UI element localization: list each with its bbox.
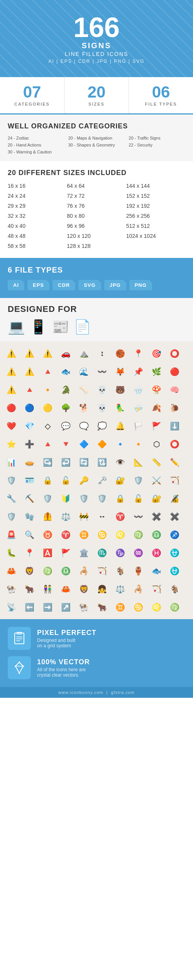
tablet-icon: 📱 (30, 319, 47, 335)
sign-icon: ♒ (129, 544, 147, 562)
filetype-ai: AI (8, 280, 24, 290)
sign-icon: 🔺 (39, 362, 57, 381)
size-item: 144 x 144 (126, 182, 185, 190)
filetypes-row: AI EPS CDR SVG JPG PNG (8, 280, 185, 290)
sign-icon: ♌ (147, 598, 166, 616)
sign-icon: 🦀 (2, 562, 20, 580)
size-item: 40 x 40 (8, 222, 67, 230)
sign-icon: 🛡️ (2, 507, 20, 525)
sign-icon: ⚖️ (57, 507, 75, 525)
size-item: 192 x 192 (126, 202, 185, 210)
pixel-perfect-icon (8, 627, 31, 650)
svg-rect-0 (15, 633, 24, 644)
sign-icon: 〰️ (93, 362, 111, 381)
sign-icon: ⚖️ (111, 580, 129, 598)
sign-icon: 🅰️ (39, 544, 57, 562)
pixel-perfect-title: PIXEL PERFECT (37, 629, 96, 637)
stat-categories: 07 CATEGORIES (0, 77, 64, 113)
sign-icon: 🚗 (57, 344, 75, 362)
sign-icon: 🐏 (75, 598, 93, 616)
size-item: 76 x 76 (67, 202, 126, 210)
size-item: 24 x 24 (8, 192, 67, 200)
category-item (68, 149, 125, 155)
size-item: 128 x 128 (67, 242, 126, 250)
size-item: 32 x 32 (8, 212, 67, 220)
sign-icon: 📐 (129, 453, 147, 471)
sign-icon: ♍ (129, 525, 147, 544)
sign-icon: 🛡️ (93, 489, 111, 507)
sign-icon: 🔷 (75, 435, 93, 453)
sign-icon: 🔶 (93, 435, 111, 453)
sign-icon: 🐏 (2, 580, 20, 598)
sign-icon: 🔏 (166, 489, 184, 507)
sign-icon: 🦊 (111, 362, 129, 381)
category-item: 30 - Shapes & Geometry (68, 142, 125, 148)
sign-icon: ⚠️ (20, 362, 39, 381)
sign-icon: 👧 (93, 580, 111, 598)
sign-icon: 🏀 (111, 344, 129, 362)
pixel-perfect-text: PIXEL PERFECT Designed and builton a gri… (37, 629, 96, 648)
hero-title: SIGNS (81, 41, 111, 50)
sign-icon: 🏳️ (129, 417, 147, 435)
sign-icon: 📊 (2, 453, 20, 471)
sign-icon: 🔴 (166, 362, 184, 381)
vector-icon (8, 656, 31, 679)
sign-icon: ♏ (93, 544, 111, 562)
sign-icon: 🔓 (129, 489, 147, 507)
sign-icon: 🌊 (75, 362, 93, 381)
vector-title: 100% VECTOR (37, 658, 90, 666)
sign-icon: 🌿 (147, 362, 166, 381)
size-item: 152 x 152 (126, 192, 185, 200)
footer: www.iconbunny.com | gfxtra.com (0, 687, 193, 698)
sign-icon: 🔺 (20, 381, 39, 399)
category-item: 24 - Zodiac (8, 135, 64, 141)
sign-icon: 📌 (129, 362, 147, 381)
sign-icon: 👁️ (111, 453, 129, 471)
sign-icon: ♌ (111, 525, 129, 544)
category-item: 22 - Security (129, 142, 185, 148)
sign-icon: ♋ (129, 598, 147, 616)
stat-sizes: 20 SIZES (64, 77, 129, 113)
sizes-grid: 16 x 16 64 x 64 144 x 144 24 x 24 72 x 7… (8, 182, 185, 250)
footer-separator: | (105, 690, 111, 695)
size-item: 120 x 120 (67, 232, 126, 240)
sign-icon: ♐ (166, 525, 184, 544)
sign-icon: 🦀 (57, 580, 75, 598)
sign-icon: 🗝️ (93, 471, 111, 489)
sign-icon: ♓ (147, 544, 166, 562)
svg-point-8 (22, 665, 24, 667)
category-item: 20 - Hand Actions (8, 142, 64, 148)
sign-icon: 🔒 (111, 489, 129, 507)
sign-icon: 🛡️ (129, 471, 147, 489)
sign-icon: ⭐ (2, 435, 20, 453)
sign-icon: 🦁 (75, 580, 93, 598)
organized-title: WELL ORGANIZED CATEGORIES (8, 122, 185, 130)
sign-icon: 💬 (57, 417, 75, 435)
size-item: 80 x 80 (67, 212, 126, 220)
hero-number: 166 (73, 13, 120, 41)
sign-icon: ↔️ (93, 507, 111, 525)
sign-icon: 🐟 (147, 562, 166, 580)
sign-icon: ♈ (57, 525, 75, 544)
sign-icon: ⬅️ (20, 598, 39, 616)
sign-icon: 🐟 (57, 362, 75, 381)
stat-number-categories: 07 (4, 84, 60, 100)
hero-section: 166 SIGNS LINE FILLED ICONS AI | EPS | C… (0, 0, 193, 77)
sign-icon: ♋ (93, 525, 111, 544)
filetype-png: PNG (129, 280, 152, 290)
filetype-svg: SVG (78, 280, 101, 290)
category-item (129, 149, 185, 155)
sign-icon: 🔄 (75, 453, 93, 471)
sign-icon: ➡️ (39, 598, 57, 616)
sign-icon: 🚩 (147, 417, 166, 435)
sign-icon: 🧠 (166, 381, 184, 399)
filetype-eps: EPS (27, 280, 49, 290)
size-item: 64 x 64 (67, 182, 126, 190)
sign-icon: ⛎ (166, 562, 184, 580)
sign-icon: ♑ (111, 544, 129, 562)
sign-icon: 🎯 (147, 344, 166, 362)
sign-icon: 🟡 (39, 399, 57, 417)
svg-marker-5 (15, 662, 23, 673)
pixel-perfect-desc: Designed and builton a grid system (37, 638, 96, 648)
categories-grid: 24 - Zodiac 20 - Maps & Navigation 20 - … (8, 135, 185, 155)
